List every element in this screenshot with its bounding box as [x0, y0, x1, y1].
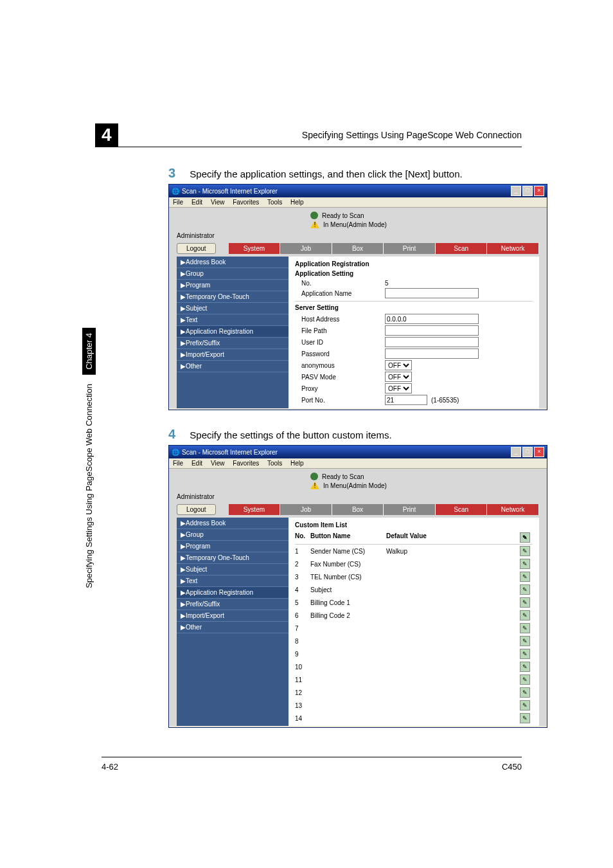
sidebar-program[interactable]: ▶Program — [177, 280, 289, 291]
sidebar-temp-onetouch[interactable]: ▶Temporary One-Touch — [177, 291, 289, 303]
tab-scan[interactable]: Scan — [436, 243, 488, 254]
step-4-text: Specify the settings of the button custo… — [190, 429, 391, 440]
menu-favorites[interactable]: Favorites — [233, 199, 259, 206]
edit-icon[interactable]: ✎ — [520, 532, 530, 543]
edit-icon[interactable]: ✎ — [520, 649, 530, 659]
sidebar-address-book-2[interactable]: ▶Address Book — [177, 518, 289, 529]
user-input[interactable] — [385, 337, 479, 347]
edit-icon[interactable]: ✎ — [520, 610, 530, 620]
sidebar-import-export[interactable]: ▶Import/Export — [177, 349, 289, 361]
menu-file[interactable]: File — [173, 199, 183, 206]
table-row: 11✎ — [295, 673, 533, 686]
tab-job[interactable]: Job — [280, 243, 332, 254]
tab-job-2[interactable]: Job — [280, 504, 332, 515]
edit-icon[interactable]: ✎ — [520, 687, 530, 698]
pass-input[interactable] — [385, 348, 479, 359]
close-button[interactable]: × — [534, 186, 544, 196]
app-reg-heading: Application Registration — [295, 260, 533, 267]
maximize-button-2[interactable]: □ — [522, 447, 533, 457]
step-3-text: Specify the application settings, and th… — [190, 168, 462, 179]
menu-help-2[interactable]: Help — [290, 460, 304, 467]
anon-select[interactable]: OFF — [385, 360, 412, 370]
step-4: 4 Specify the settings of the button cus… — [168, 427, 392, 442]
tab-box-2[interactable]: Box — [332, 504, 384, 515]
tab-box[interactable]: Box — [332, 243, 384, 254]
tab-system[interactable]: System — [229, 243, 281, 254]
edit-icon[interactable]: ✎ — [520, 713, 530, 723]
tab-scan-2[interactable]: Scan — [436, 504, 488, 515]
edit-icon[interactable]: ✎ — [520, 662, 530, 672]
menu-file-2[interactable]: File — [173, 460, 183, 467]
close-button-2[interactable]: × — [534, 447, 544, 457]
maximize-button[interactable]: □ — [522, 186, 533, 196]
edit-icon[interactable]: ✎ — [520, 572, 530, 582]
edit-icon[interactable]: ✎ — [520, 597, 530, 608]
table-row: 5Billing Code 1✎ — [295, 596, 533, 609]
menu-favorites-2[interactable]: Favorites — [233, 460, 259, 467]
minimize-button-2[interactable]: _ — [511, 447, 521, 457]
sidebar-subject[interactable]: ▶Subject — [177, 303, 289, 314]
menu-edit-2[interactable]: Edit — [191, 460, 202, 467]
sidebar-other[interactable]: ▶Other — [177, 361, 289, 372]
appname-input[interactable] — [385, 288, 479, 298]
sidebar-address-book[interactable]: ▶Address Book — [177, 257, 289, 268]
table-row: 3TEL Number (CS)✎ — [295, 570, 533, 583]
row-no: 1 — [295, 548, 310, 555]
port-label: Port No. — [295, 397, 385, 404]
ie-title-text: Scan - Microsoft Internet Explorer — [182, 188, 278, 195]
row-no: 8 — [295, 638, 310, 645]
menu-help[interactable]: Help — [290, 199, 304, 206]
sidebar-prefix-suffix[interactable]: ▶Prefix/Suffix — [177, 338, 289, 349]
status-dot-icon — [310, 212, 318, 219]
minimize-button[interactable]: _ — [511, 186, 521, 196]
menu-view[interactable]: View — [211, 199, 225, 206]
proxy-select[interactable]: OFF — [385, 383, 412, 393]
table-row: 7✎ — [295, 622, 533, 635]
sidebar-prefix-suffix-2[interactable]: ▶Prefix/Suffix — [177, 599, 289, 610]
edit-icon[interactable]: ✎ — [520, 559, 530, 569]
table-row: 2Fax Number (CS)✎ — [295, 557, 533, 570]
pasv-select[interactable]: OFF — [385, 372, 412, 382]
sidebar-text-2[interactable]: ▶Text — [177, 575, 289, 587]
sidebar-subject-2[interactable]: ▶Subject — [177, 564, 289, 575]
tab-system-2[interactable]: System — [229, 504, 281, 515]
row-no: 3 — [295, 574, 310, 581]
edit-icon[interactable]: ✎ — [520, 584, 530, 595]
edit-icon[interactable]: ✎ — [520, 674, 530, 685]
row-button-name: Subject — [310, 586, 386, 593]
edit-icon[interactable]: ✎ — [520, 700, 530, 710]
ie-titlebar-2: 🌐 Scan - Microsoft Internet Explorer _ □… — [169, 446, 547, 458]
sidebar-import-export-2[interactable]: ▶Import/Export — [177, 610, 289, 622]
sidebar-text[interactable]: ▶Text — [177, 314, 289, 326]
status-mode: In Menu(Admin Mode) — [323, 221, 387, 228]
path-input[interactable] — [385, 325, 479, 336]
tab-print[interactable]: Print — [384, 243, 436, 254]
row-no: 7 — [295, 625, 310, 632]
sidebar-group-2[interactable]: ▶Group — [177, 529, 289, 541]
ie-icon-2: 🌐 — [172, 449, 179, 456]
edit-icon[interactable]: ✎ — [520, 636, 530, 646]
sidebar-group[interactable]: ▶Group — [177, 268, 289, 280]
menu-edit[interactable]: Edit — [191, 199, 202, 206]
port-input[interactable] — [385, 395, 427, 405]
sidebar-app-registration-2[interactable]: ▶Application Registration — [177, 587, 289, 599]
logout-button-2[interactable]: Logout — [177, 504, 216, 515]
logout-button[interactable]: Logout — [177, 243, 216, 254]
sidebar-other-2[interactable]: ▶Other — [177, 622, 289, 633]
status-ready-2: Ready to Scan — [322, 473, 364, 480]
menu-tools[interactable]: Tools — [267, 199, 282, 206]
tab-network-2[interactable]: Network — [487, 504, 539, 515]
edit-icon[interactable]: ✎ — [520, 623, 530, 633]
tab-print-2[interactable]: Print — [384, 504, 436, 515]
table-row: 9✎ — [295, 647, 533, 660]
edit-icon[interactable]: ✎ — [520, 546, 530, 556]
row-no: 10 — [295, 664, 310, 671]
sidebar-app-registration[interactable]: ▶Application Registration — [177, 326, 289, 338]
menu-view-2[interactable]: View — [211, 460, 225, 467]
host-input[interactable] — [385, 314, 479, 324]
tab-network[interactable]: Network — [487, 243, 539, 254]
sidebar-temp-onetouch-2[interactable]: ▶Temporary One-Touch — [177, 552, 289, 564]
menu-tools-2[interactable]: Tools — [267, 460, 282, 467]
row-no: 2 — [295, 561, 310, 568]
sidebar-program-2[interactable]: ▶Program — [177, 541, 289, 552]
